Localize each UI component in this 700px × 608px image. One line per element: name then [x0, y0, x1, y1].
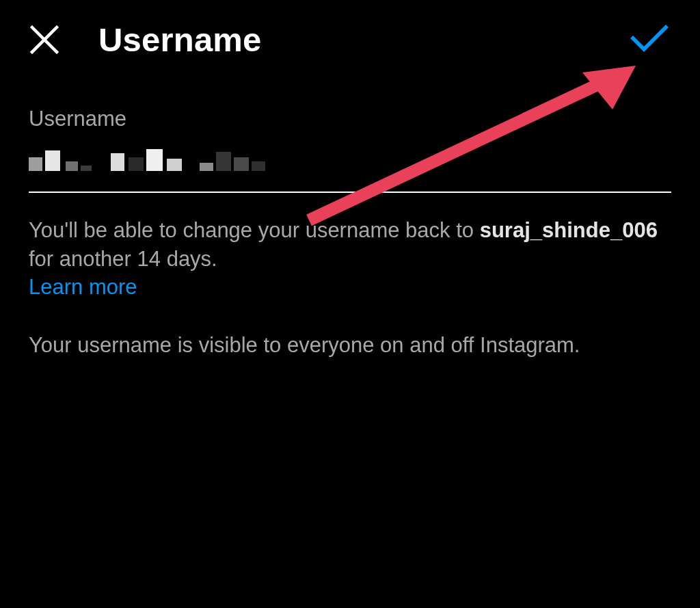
- content: Username You'll be able to change your u…: [0, 79, 700, 360]
- check-icon: [630, 25, 669, 55]
- visibility-info: Your username is visible to everyone on …: [29, 331, 671, 360]
- previous-username: suraj_shinde_006: [480, 218, 658, 242]
- header: Username: [0, 0, 700, 79]
- confirm-button[interactable]: [630, 21, 669, 59]
- username-edit-screen: Username Username: [0, 0, 700, 608]
- revert-info: You'll be able to change your username b…: [29, 216, 671, 274]
- close-button[interactable]: [29, 24, 60, 55]
- username-input[interactable]: [29, 146, 671, 179]
- redacted-value: [29, 149, 265, 171]
- page-title: Username: [98, 21, 262, 59]
- learn-more-link[interactable]: Learn more: [29, 275, 137, 300]
- input-underline: [29, 191, 671, 193]
- close-icon: [29, 25, 59, 55]
- username-field-label: Username: [29, 107, 671, 131]
